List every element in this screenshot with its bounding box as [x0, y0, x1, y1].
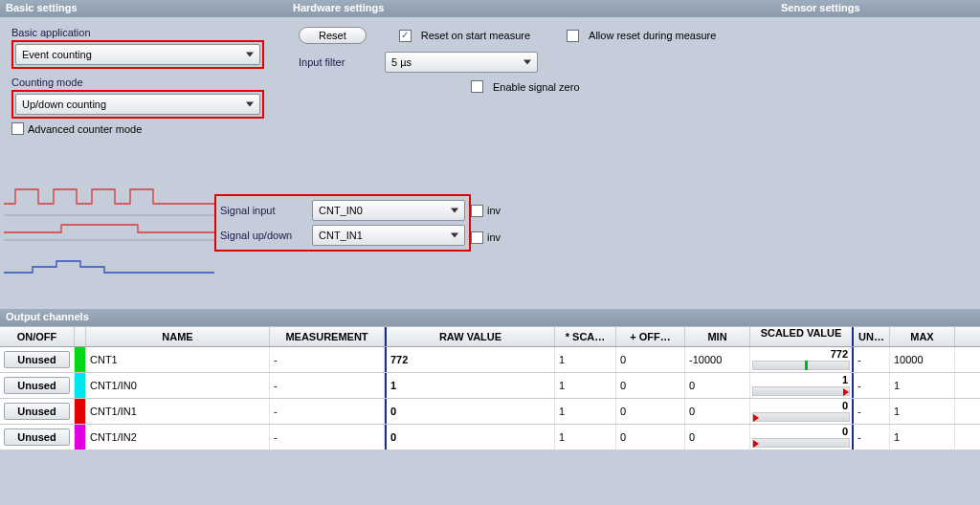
table-row: UnusedCNT1/IN1-01000-1	[0, 399, 980, 425]
col-name[interactable]: NAME	[86, 327, 270, 346]
reset-on-start-label: Reset on start measure	[421, 30, 530, 41]
enable-signal-zero-checkbox[interactable]	[471, 80, 483, 93]
raw-value-cell: 0	[385, 399, 555, 424]
signal-updown-dropdown[interactable]: CNT_IN1	[312, 225, 465, 246]
unit-cell[interactable]: -	[854, 425, 890, 450]
min-cell[interactable]: 0	[685, 425, 750, 450]
basic-application-value: Event counting	[22, 49, 92, 60]
color-cell[interactable]	[75, 425, 86, 450]
basic-settings-header: Basic settings	[6, 2, 293, 15]
signal-input-label: Signal input	[220, 205, 308, 216]
raw-value-cell: 0	[385, 425, 555, 450]
signal-controls: Signal input CNT_IN0 Signal up/down CNT_…	[214, 185, 471, 280]
unit-cell[interactable]: -	[854, 373, 890, 398]
col-onoff[interactable]: ON/OFF	[0, 327, 75, 346]
max-cell[interactable]: 1	[890, 399, 955, 424]
signal-input-inv-checkbox[interactable]	[471, 205, 483, 217]
basic-settings-column: Basic application Event counting Countin…	[4, 23, 291, 137]
col-color[interactable]	[75, 327, 86, 346]
scaled-value-cell: 0	[750, 399, 854, 424]
onoff-cell[interactable]: Unused	[0, 373, 75, 398]
signal-input-value: CNT_IN0	[319, 205, 363, 216]
offset-cell[interactable]: 0	[616, 425, 685, 450]
measurement-cell[interactable]: -	[270, 347, 385, 372]
col-scaled[interactable]: SCALED VALUE	[750, 327, 854, 346]
scaled-value-cell: 1	[750, 373, 854, 398]
signal-input-dropdown[interactable]: CNT_IN0	[312, 200, 465, 221]
output-grid-header: ON/OFF NAME MEASUREMENT RAW VALUE * SCA……	[0, 326, 980, 347]
min-cell[interactable]: 0	[685, 373, 750, 398]
input-filter-dropdown[interactable]: 5 µs	[385, 52, 538, 73]
raw-value-cell: 772	[385, 347, 555, 372]
hardware-settings-column: Reset Reset on start measure Allow reset…	[291, 23, 731, 137]
onoff-cell[interactable]: Unused	[0, 425, 75, 450]
color-cell[interactable]	[75, 399, 86, 424]
top-panel: Basic application Event counting Countin…	[0, 17, 980, 146]
table-row: UnusedCNT1/IN2-01000-1	[0, 425, 980, 450]
allow-reset-label: Allow reset during measure	[589, 30, 716, 41]
scale-cell[interactable]: 1	[555, 399, 616, 424]
top-section-header: Basic settings Hardware settings Sensor …	[0, 0, 980, 17]
signal-panel: Signal input CNT_IN0 Signal up/down CNT_…	[0, 179, 980, 309]
col-raw[interactable]: RAW VALUE	[385, 327, 555, 346]
offset-cell[interactable]: 0	[616, 347, 685, 372]
name-cell[interactable]: CNT1/IN1	[86, 399, 270, 424]
scaled-value-cell: 0	[750, 425, 854, 450]
basic-application-dropdown[interactable]: Event counting	[15, 44, 260, 65]
basic-application-label: Basic application	[11, 27, 283, 38]
max-cell[interactable]: 1	[890, 373, 955, 398]
input-filter-value: 5 µs	[391, 56, 412, 68]
offset-cell[interactable]: 0	[616, 373, 685, 398]
raw-value-cell: 1	[385, 373, 555, 398]
unit-cell[interactable]: -	[854, 399, 890, 424]
signal-updown-value: CNT_IN1	[319, 230, 363, 241]
input-filter-label: Input filter	[299, 56, 375, 68]
advanced-counter-label: Advanced counter mode	[28, 123, 142, 135]
output-channels-header: Output channels	[0, 309, 980, 326]
signal-updown-inv-label: inv	[487, 231, 501, 243]
signal-input-inv-label: inv	[487, 205, 501, 216]
min-cell[interactable]: 0	[685, 399, 750, 424]
waveform-diagram	[4, 185, 214, 280]
onoff-cell[interactable]: Unused	[0, 399, 75, 424]
signal-updown-inv-checkbox[interactable]	[471, 231, 483, 244]
col-meas[interactable]: MEASUREMENT	[270, 327, 385, 346]
name-cell[interactable]: CNT1/IN0	[86, 373, 270, 398]
color-cell[interactable]	[75, 347, 86, 372]
allow-reset-checkbox[interactable]	[567, 30, 579, 42]
max-cell[interactable]: 1	[890, 425, 955, 450]
reset-on-start-checkbox[interactable]	[399, 30, 412, 42]
measurement-cell[interactable]: -	[270, 425, 385, 450]
measurement-cell[interactable]: -	[270, 373, 385, 398]
scale-cell[interactable]: 1	[555, 347, 616, 372]
enable-signal-zero-label: Enable signal zero	[493, 81, 580, 93]
min-cell[interactable]: -10000	[685, 347, 750, 372]
signal-updown-label: Signal up/down	[220, 230, 308, 241]
col-sca[interactable]: * SCA…	[555, 327, 616, 346]
col-un[interactable]: UN…	[854, 327, 890, 346]
color-cell[interactable]	[75, 373, 86, 398]
col-min[interactable]: MIN	[685, 327, 750, 346]
name-cell[interactable]: CNT1	[86, 347, 270, 372]
scale-cell[interactable]: 1	[555, 373, 616, 398]
scale-cell[interactable]: 1	[555, 425, 616, 450]
basic-application-highlight: Event counting	[11, 40, 264, 69]
max-cell[interactable]: 10000	[890, 347, 955, 372]
onoff-cell[interactable]: Unused	[0, 347, 75, 372]
counting-mode-dropdown[interactable]: Up/down counting	[15, 94, 260, 115]
offset-cell[interactable]: 0	[616, 399, 685, 424]
table-row: UnusedCNT1-77210-10000772-10000	[0, 347, 980, 373]
output-grid: ON/OFF NAME MEASUREMENT RAW VALUE * SCA……	[0, 326, 980, 450]
reset-button[interactable]: Reset	[299, 27, 367, 44]
counting-mode-value: Up/down counting	[22, 99, 106, 110]
counting-mode-label: Counting mode	[11, 77, 283, 88]
name-cell[interactable]: CNT1/IN2	[86, 425, 270, 450]
col-max[interactable]: MAX	[890, 327, 955, 346]
advanced-counter-checkbox[interactable]	[11, 122, 24, 135]
scaled-value-cell: 772	[750, 347, 854, 372]
measurement-cell[interactable]: -	[270, 399, 385, 424]
unit-cell[interactable]: -	[854, 347, 890, 372]
counting-mode-highlight: Up/down counting	[11, 90, 264, 119]
advanced-counter-row: Advanced counter mode	[11, 122, 283, 135]
col-off[interactable]: + OFF…	[616, 327, 685, 346]
